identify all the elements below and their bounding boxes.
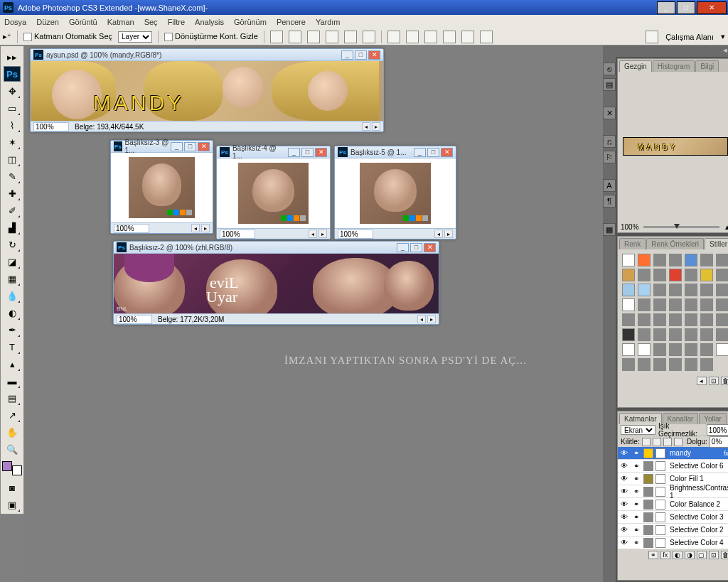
- style-swatch[interactable]: [638, 343, 651, 356]
- style-swatch[interactable]: [700, 343, 713, 356]
- style-swatch[interactable]: [669, 298, 682, 311]
- color-swatches[interactable]: [2, 461, 22, 475]
- dodge-tool[interactable]: ◐: [4, 305, 21, 320]
- visibility-icon[interactable]: 👁: [619, 539, 629, 546]
- dock-icon[interactable]: ⎋: [603, 63, 616, 75]
- panel-menu-button[interactable]: ◂: [697, 377, 707, 385]
- type-tool[interactable]: T: [4, 339, 21, 355]
- lock-pixel-icon[interactable]: [642, 438, 651, 446]
- dock-icon[interactable]: ▤: [603, 78, 616, 91]
- style-swatch[interactable]: [653, 269, 666, 281]
- eyedropper-tool[interactable]: ✎: [4, 168, 21, 184]
- close-button[interactable]: ✕: [697, 1, 727, 14]
- style-swatch[interactable]: [700, 284, 713, 296]
- distribute-button[interactable]: [387, 31, 400, 43]
- doc-window-3[interactable]: PsBaşlıksız-3 @ 1..._□✕ 100%◂▸: [110, 140, 213, 234]
- style-swatch[interactable]: [700, 313, 713, 326]
- visibility-icon[interactable]: 👁: [619, 487, 629, 495]
- show-transform-check[interactable]: Dönüştürme Kont. Gizle: [164, 32, 258, 41]
- doc-min-button[interactable]: _: [341, 50, 353, 60]
- notes-tool[interactable]: ▤: [4, 390, 21, 406]
- style-swatch[interactable]: [622, 358, 635, 371]
- adj-button[interactable]: ◑: [685, 551, 695, 559]
- nav-zoom[interactable]: 100%: [621, 223, 639, 231]
- tab-histogram[interactable]: Histogram: [653, 60, 695, 72]
- distribute-button[interactable]: [461, 31, 474, 43]
- style-swatch[interactable]: [685, 343, 697, 356]
- style-swatch[interactable]: [685, 254, 697, 266]
- doc-window-5[interactable]: PsBaşlıksız-5 @ 1..._□✕ 100%◂▸: [334, 146, 456, 239]
- visibility-icon[interactable]: 👁: [619, 475, 629, 483]
- layer-row[interactable]: 👁⚭Brightness/Contrast 1: [618, 485, 728, 498]
- style-swatch[interactable]: [622, 269, 635, 281]
- style-swatch[interactable]: [700, 358, 713, 371]
- dock-icon[interactable]: ✕: [603, 107, 616, 119]
- style-swatch[interactable]: [669, 254, 682, 266]
- style-swatch[interactable]: [653, 284, 666, 296]
- tab-info[interactable]: Bilgi: [695, 60, 719, 72]
- style-swatch[interactable]: [638, 284, 651, 296]
- lock-all-icon[interactable]: [674, 438, 682, 446]
- style-swatch[interactable]: [653, 328, 666, 341]
- crop-tool[interactable]: ◫: [4, 151, 21, 167]
- style-swatch[interactable]: [685, 358, 697, 371]
- ps-home-icon[interactable]: Ps: [4, 66, 21, 82]
- dock-icon[interactable]: ¶: [603, 195, 616, 208]
- style-swatch[interactable]: [622, 313, 635, 326]
- style-swatch[interactable]: [669, 284, 682, 296]
- visibility-icon[interactable]: 👁: [619, 500, 629, 508]
- distribute-button[interactable]: [443, 31, 456, 43]
- style-swatch[interactable]: [653, 343, 666, 356]
- distribute-button[interactable]: [406, 31, 419, 43]
- menu-dosya[interactable]: Dosya: [4, 18, 26, 26]
- menu-yardim[interactable]: Yardım: [316, 18, 341, 26]
- align-button[interactable]: [363, 31, 375, 43]
- dock-icon[interactable]: ▦: [603, 223, 616, 236]
- menu-filtre[interactable]: Filtre: [168, 18, 185, 26]
- eyedrop-tool[interactable]: ↗: [4, 407, 21, 423]
- link-button[interactable]: ⚭: [648, 551, 658, 559]
- eraser-tool[interactable]: ◪: [4, 254, 21, 269]
- tab-layers[interactable]: Katmanlar: [619, 413, 662, 424]
- style-swatch[interactable]: [622, 284, 635, 296]
- style-swatch[interactable]: [638, 313, 651, 326]
- wand-tool[interactable]: ✶: [4, 134, 21, 150]
- zoom-field[interactable]: 100%: [33, 122, 69, 131]
- layer-list[interactable]: 👁⚭mandyfx▾👁⚭Selective Color 6👁⚭Color Fil…: [618, 447, 728, 549]
- auto-select-target[interactable]: Layer: [118, 31, 152, 43]
- tab-styles[interactable]: Stiller: [705, 238, 728, 249]
- visibility-icon[interactable]: 👁: [619, 526, 629, 534]
- pen-tool[interactable]: ✒: [4, 322, 21, 338]
- doc-window-4[interactable]: PsBaşlıksız-4 @ 1..._□✕ 100%◂▸: [216, 146, 331, 239]
- layer-row[interactable]: 👁⚭Selective Color 3: [618, 511, 728, 524]
- style-swatch[interactable]: [669, 269, 682, 281]
- distribute-button[interactable]: [424, 31, 437, 43]
- layer-row[interactable]: 👁⚭mandyfx▾: [618, 447, 728, 460]
- style-swatch[interactable]: [622, 298, 635, 311]
- zoom-tool[interactable]: 🔍: [4, 441, 21, 457]
- new-layer-button[interactable]: ⊡: [709, 551, 719, 559]
- menu-sec[interactable]: Seç: [144, 18, 158, 26]
- menu-pencere[interactable]: Pencere: [277, 18, 306, 26]
- dock-icon[interactable]: ⚐: [603, 151, 616, 163]
- blur-tool[interactable]: 💧: [4, 288, 21, 303]
- layer-row[interactable]: 👁⚭Selective Color 2: [618, 524, 728, 537]
- fill-field[interactable]: [710, 436, 728, 448]
- nav-zoom-slider[interactable]: [643, 226, 719, 228]
- healing-tool[interactable]: ✚: [4, 185, 21, 201]
- style-swatch[interactable]: [638, 298, 651, 311]
- layer-row[interactable]: 👁⚭Color Balance 2: [618, 498, 728, 511]
- menu-goruntu[interactable]: Görüntü: [69, 18, 97, 26]
- align-button[interactable]: [307, 31, 320, 43]
- doc-close-button[interactable]: ✕: [368, 50, 380, 60]
- go-bridge-button[interactable]: [646, 31, 658, 43]
- maximize-button[interactable]: □: [677, 1, 695, 14]
- dock-icon[interactable]: ⎌: [603, 135, 616, 148]
- style-swatch[interactable]: [622, 328, 635, 341]
- workspace-label[interactable]: Çalışma Alanı: [665, 33, 714, 41]
- style-swatch[interactable]: [638, 269, 651, 281]
- lasso-tool[interactable]: ⌇: [4, 117, 21, 133]
- doc-max-button[interactable]: □: [355, 50, 367, 60]
- menu-katman[interactable]: Katman: [107, 18, 134, 26]
- style-swatch[interactable]: [638, 358, 651, 371]
